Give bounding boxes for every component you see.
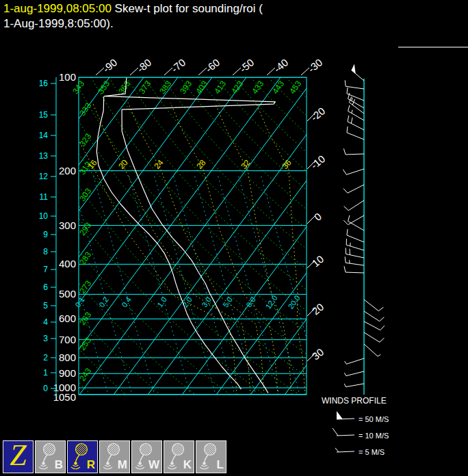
pressure-axis-label: 300 bbox=[59, 220, 76, 231]
mixing-ratio-label: 0.4 bbox=[120, 295, 133, 308]
height-axis-label: 2 bbox=[43, 353, 48, 362]
moist-adiabat-line bbox=[62, 103, 237, 395]
wind-barb-tick bbox=[344, 207, 349, 211]
legend-barb-line bbox=[337, 435, 354, 436]
toolbar-button-w[interactable]: W bbox=[131, 440, 162, 473]
wind-barb bbox=[352, 70, 364, 81]
mixing-ratio-label: 12.0 bbox=[264, 293, 279, 310]
legend-label: = 50 M/S bbox=[359, 415, 389, 423]
sounding-toolbar: ZBRMWKL bbox=[0, 438, 468, 476]
wind-barb-half-tick bbox=[352, 110, 352, 114]
wind-barb bbox=[346, 154, 364, 155]
toolbar-button-l[interactable]: L bbox=[196, 440, 226, 473]
wind-barb bbox=[346, 371, 364, 376]
dry-adiabat-line bbox=[216, 77, 468, 394]
temp-axis-label-top: -90 bbox=[101, 56, 120, 75]
wind-barb-tick bbox=[378, 307, 383, 310]
temp-axis-label-right: 20 bbox=[310, 301, 326, 317]
pressure-axis-label: 700 bbox=[59, 334, 76, 345]
temp-axis-label-right: 10 bbox=[310, 253, 326, 269]
wind-barb-half-tick bbox=[344, 384, 346, 387]
wind-barb bbox=[364, 332, 380, 342]
isotherm-line bbox=[79, 77, 315, 395]
wind-barb-tick bbox=[343, 189, 348, 194]
temp-axis-label-right: 0 bbox=[312, 211, 324, 223]
dry-adiabat-line bbox=[127, 77, 468, 394]
wind-profile-layer: WINDS PROFILE= 50 M/S= 10 M/S= 5 M/S bbox=[322, 64, 389, 456]
wind-barb-tick bbox=[348, 93, 350, 99]
dry-adiabat-line bbox=[268, 77, 468, 394]
wind-barb bbox=[364, 311, 380, 321]
temp-axis-label-top: -80 bbox=[135, 56, 154, 75]
wind-barb bbox=[348, 215, 364, 225]
wind-barb bbox=[346, 86, 364, 89]
dry-adiabat-label: 323 bbox=[77, 131, 93, 148]
dry-adiabat-label: 363 bbox=[116, 79, 132, 96]
dry-adiabat-line bbox=[0, 77, 229, 394]
toolbar-button-r[interactable]: R bbox=[67, 440, 98, 473]
mixing-ratio-line bbox=[261, 176, 322, 395]
wind-barb-tick bbox=[351, 118, 352, 124]
dry-adiabat-line bbox=[0, 77, 125, 394]
dewpoint-trace bbox=[96, 96, 241, 389]
toolbar-button-letter: M bbox=[118, 458, 127, 472]
wind-barb bbox=[346, 272, 364, 273]
temp-axis-label-top: -50 bbox=[237, 56, 257, 75]
height-axis-label: 11 bbox=[40, 192, 49, 202]
right-axis-tick bbox=[307, 216, 315, 224]
dry-adiabat-label: 353 bbox=[96, 79, 112, 96]
height-axis-label: 7 bbox=[43, 265, 48, 274]
mixing-ratio-label: 1.0 bbox=[155, 295, 168, 308]
isotherm-line bbox=[0, 77, 212, 395]
wind-barb bbox=[364, 344, 378, 356]
wind-barb bbox=[346, 358, 364, 364]
wind-barb-tick bbox=[347, 127, 348, 133]
toolbar-button-k[interactable]: K bbox=[164, 440, 194, 473]
wind-barb-half-tick bbox=[344, 373, 346, 375]
dry-adiabat-label: 403 bbox=[194, 79, 209, 96]
toolbar-button-z[interactable]: Z bbox=[3, 440, 34, 473]
dry-adiabat-line bbox=[286, 77, 468, 394]
isotherm-line bbox=[114, 77, 349, 395]
height-axis-label: 1 bbox=[43, 368, 48, 378]
height-axis-label: 4 bbox=[43, 317, 48, 327]
wind-barb-tick bbox=[343, 220, 348, 224]
mixing-ratio-label: 3.0 bbox=[200, 295, 213, 308]
wind-barb bbox=[348, 111, 364, 121]
temp-axis-label-top: -70 bbox=[169, 56, 188, 75]
temp-axis-label-right: -10 bbox=[309, 153, 328, 171]
dry-adiabat-label: 333 bbox=[77, 101, 93, 118]
wind-barb bbox=[346, 245, 364, 250]
pressure-axis-label: 200 bbox=[59, 165, 76, 176]
dry-adiabat-line bbox=[250, 77, 468, 394]
dry-adiabat-line bbox=[55, 77, 367, 394]
height-axis-label: 14 bbox=[39, 131, 49, 140]
legend-flag-icon bbox=[337, 411, 343, 419]
dry-adiabat-label: 453 bbox=[287, 79, 303, 96]
pressure-axis-label: 400 bbox=[59, 258, 76, 269]
temp-axis-label-top: -30 bbox=[306, 56, 325, 75]
dry-adiabat-line bbox=[21, 77, 299, 394]
toolbar-button-m[interactable]: M bbox=[99, 440, 130, 473]
wind-barb-tick bbox=[347, 229, 348, 235]
wind-barb bbox=[347, 235, 364, 242]
dry-adiabat-line bbox=[144, 77, 468, 394]
toolbar-button-b[interactable]: B bbox=[35, 440, 66, 473]
wind-barb-tick bbox=[343, 148, 346, 155]
height-axis-label: 15 bbox=[39, 110, 49, 120]
pressure-axis-label: 600 bbox=[59, 313, 76, 324]
dry-adiabat-line bbox=[0, 77, 194, 394]
isotherm-line bbox=[250, 77, 468, 395]
toolbar-button-letter: K bbox=[183, 458, 192, 472]
moist-adiabat-label: 24 bbox=[152, 158, 166, 171]
height-axis-label: 0 bbox=[43, 384, 48, 393]
winds-profile-title: WINDS PROFILE bbox=[322, 396, 387, 406]
temp-axis-label-top: -60 bbox=[203, 56, 222, 75]
toolbar-button-letter: W bbox=[148, 458, 159, 472]
label-layer: 1002003004005006007008009001000105016151… bbox=[39, 56, 328, 402]
app-window: { "header": { "timestamp": "1-aug-1999,0… bbox=[0, 0, 468, 476]
dry-adiabat-label: 383 bbox=[157, 79, 173, 96]
dry-adiabat-line bbox=[162, 77, 468, 394]
height-axis-label: 6 bbox=[43, 282, 48, 292]
moist-adiabat-label: 28 bbox=[194, 158, 208, 171]
